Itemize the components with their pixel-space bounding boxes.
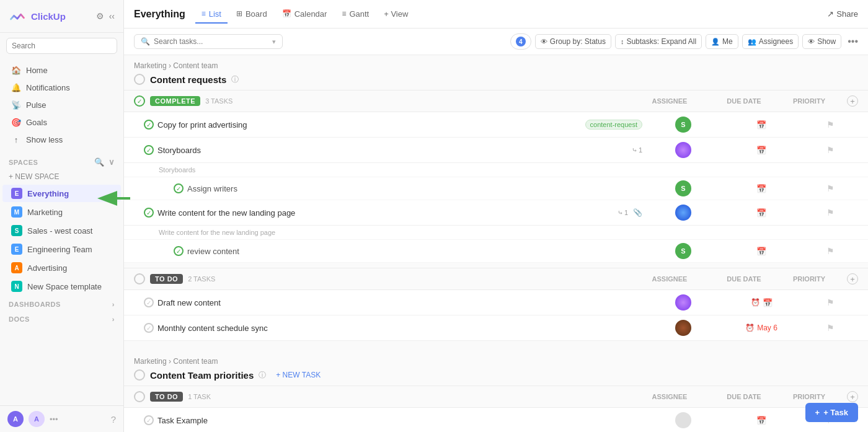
- todo-task-count: 2 TASKS: [188, 275, 215, 283]
- list2-title-row: Content Team priorities ⓘ + NEW TASK: [124, 368, 868, 386]
- sidebar-item-notifications[interactable]: 🔔 Notifications: [2, 79, 121, 96]
- search-dropdown-icon[interactable]: ▾: [272, 38, 276, 46]
- task-assignee: [646, 294, 720, 311]
- header-right: ↗ Share: [827, 9, 858, 19]
- show-chip[interactable]: 👁 Show: [802, 34, 841, 49]
- sidebar-item-sales[interactable]: S Sales - west coast: [2, 222, 121, 239]
- task-row[interactable]: ✓ Task Example 📅 ⚑: [124, 408, 868, 432]
- task-due-date: 📅: [724, 120, 799, 130]
- add-task-icon: +: [815, 408, 820, 417]
- new-space-button[interactable]: + NEW SPACE: [0, 169, 123, 184]
- tab-board[interactable]: ⊞ Board: [230, 6, 273, 24]
- tab-calendar-label: Calendar: [294, 9, 327, 19]
- subtask-count-icon[interactable]: ⤷ 1: [618, 209, 628, 217]
- tab-gantt[interactable]: ≡ Gantt: [335, 6, 375, 24]
- task-search-input[interactable]: [154, 37, 247, 46]
- list1-circle[interactable]: [134, 74, 145, 85]
- sidebar-item-advertising[interactable]: A Advertising: [2, 259, 121, 276]
- subtask-name: Assign writers: [187, 184, 642, 193]
- tab-view[interactable]: + View: [378, 6, 414, 24]
- due-date-text: May 6: [757, 324, 777, 332]
- sidebar-item-marketing[interactable]: M Marketing: [2, 203, 121, 221]
- search-input[interactable]: [6, 38, 117, 54]
- task-check-icon[interactable]: ✓: [144, 208, 154, 218]
- add-task-button[interactable]: + + Task: [805, 403, 858, 422]
- todo2-group-toggle[interactable]: [134, 391, 145, 402]
- task-check-icon[interactable]: ✓: [144, 323, 154, 333]
- list2-section: Marketing › Content team Content Team pr…: [124, 351, 868, 432]
- list2-breadcrumb: Marketing › Content team: [124, 351, 868, 368]
- me-chip[interactable]: 👤 Me: [706, 34, 738, 49]
- help-icon[interactable]: ?: [111, 414, 116, 425]
- user-avatar[interactable]: A: [7, 411, 24, 427]
- new-task-link[interactable]: + NEW TASK: [276, 371, 321, 379]
- subtask-count-icon[interactable]: ⤷ 1: [632, 146, 642, 154]
- docs-section[interactable]: DOCS ›: [0, 311, 123, 325]
- assignee-avatar: S: [675, 117, 691, 133]
- search-icon: 🔍: [141, 37, 150, 46]
- task-row[interactable]: ✓ Monthly content schedule sync ⏰ May 6 …: [124, 315, 868, 341]
- settings-icon[interactable]: ⚙: [96, 11, 104, 21]
- sidebar-item-engineering[interactable]: E Engineering Team: [2, 240, 121, 258]
- priority-flag-icon: ⚑: [826, 298, 835, 307]
- task-check-icon[interactable]: ✓: [174, 183, 184, 193]
- subtask-row[interactable]: ✓ review content S 📅 ⚑: [124, 240, 868, 263]
- task-check-icon[interactable]: ✓: [144, 298, 154, 307]
- complete-group-toggle[interactable]: ✓: [134, 95, 145, 107]
- user-menu-dots[interactable]: •••: [50, 415, 58, 424]
- me-avatar-icon: 👤: [711, 38, 720, 46]
- share-button[interactable]: ↗ Share: [827, 9, 858, 19]
- task-due-date: 📅: [724, 247, 799, 256]
- expand-spaces-icon[interactable]: ∨: [108, 157, 115, 167]
- task-row[interactable]: ✓ Copy for print advertising content-req…: [124, 112, 868, 138]
- task-check-icon[interactable]: ✓: [144, 145, 154, 155]
- todo-add-button[interactable]: +: [847, 273, 858, 284]
- subtasks-chip[interactable]: ↕ Subtasks: Expand All: [615, 34, 702, 49]
- tab-list[interactable]: ≡ List: [195, 6, 228, 24]
- list2-info-icon[interactable]: ⓘ: [259, 370, 266, 381]
- todo-assignee-col: ASSIGNEE: [632, 275, 707, 283]
- group-by-chip[interactable]: 👁 Group by: Status: [535, 34, 611, 49]
- toolbar: 🔍 ▾ 4 👁 Group by: Status ↕ Subtasks: Exp…: [124, 29, 868, 55]
- me-label: Me: [722, 37, 733, 46]
- collapse-icon[interactable]: ‹‹: [109, 11, 115, 21]
- search-spaces-icon[interactable]: 🔍: [94, 157, 105, 167]
- task-row[interactable]: ✓ Draft new content ⏰ 📅 ⚑: [124, 290, 868, 315]
- task-tag: content-request: [585, 120, 642, 130]
- task-check-icon[interactable]: ✓: [144, 415, 154, 425]
- dashboards-section[interactable]: DASHBOARDS ›: [0, 296, 123, 311]
- subtasks-icon: ↕: [621, 38, 624, 45]
- filter-chip[interactable]: 4: [510, 33, 531, 50]
- newspace-label: New Space template: [27, 282, 102, 291]
- assignees-chip[interactable]: 👥 Assignees: [742, 34, 799, 49]
- task-row[interactable]: ✓ Write content for the new landing page…: [124, 200, 868, 226]
- sidebar-item-newspace[interactable]: N New Space template: [2, 278, 121, 295]
- todo2-add-button[interactable]: +: [847, 391, 858, 402]
- list2-circle[interactable]: [134, 369, 145, 381]
- task-name: Write content for the new landing page: [157, 208, 610, 218]
- todo-group-toggle[interactable]: [134, 273, 145, 284]
- sidebar-item-home[interactable]: 🏠 Home: [2, 62, 121, 79]
- task-check-icon[interactable]: ✓: [144, 120, 154, 130]
- sidebar-item-show-less[interactable]: ↑ Show less: [2, 131, 121, 148]
- assignee-avatar: [675, 205, 691, 221]
- toolbar-more-icon[interactable]: •••: [848, 36, 858, 47]
- todo-priority-col: PRIORITY: [781, 275, 837, 283]
- task-search-bar[interactable]: 🔍 ▾: [134, 34, 283, 49]
- sidebar-item-pulse[interactable]: 📡 Pulse: [2, 97, 121, 113]
- user-avatar-2[interactable]: A: [29, 411, 45, 427]
- tab-calendar[interactable]: 📅 Calendar: [276, 6, 334, 24]
- task-priority: ⚑: [802, 183, 858, 193]
- sidebar-item-goals[interactable]: 🎯 Goals: [2, 114, 121, 131]
- task-priority: ⚑: [802, 323, 858, 333]
- sidebar-item-goals-label: Goals: [26, 118, 47, 127]
- sidebar-item-everything[interactable]: E Everything: [2, 185, 121, 202]
- subtask-row[interactable]: ✓ Assign writers S 📅 ⚑: [124, 177, 868, 200]
- attachment-icon[interactable]: 📎: [633, 208, 642, 217]
- calendar-icon: 📅: [756, 416, 766, 425]
- complete-add-button[interactable]: +: [847, 95, 858, 107]
- task-check-icon[interactable]: ✓: [174, 246, 184, 256]
- list1-info-icon[interactable]: ⓘ: [231, 74, 239, 85]
- task-assignee: [646, 142, 720, 158]
- task-row[interactable]: ✓ Storyboards ⤷ 1 📅 ⚑: [124, 138, 868, 163]
